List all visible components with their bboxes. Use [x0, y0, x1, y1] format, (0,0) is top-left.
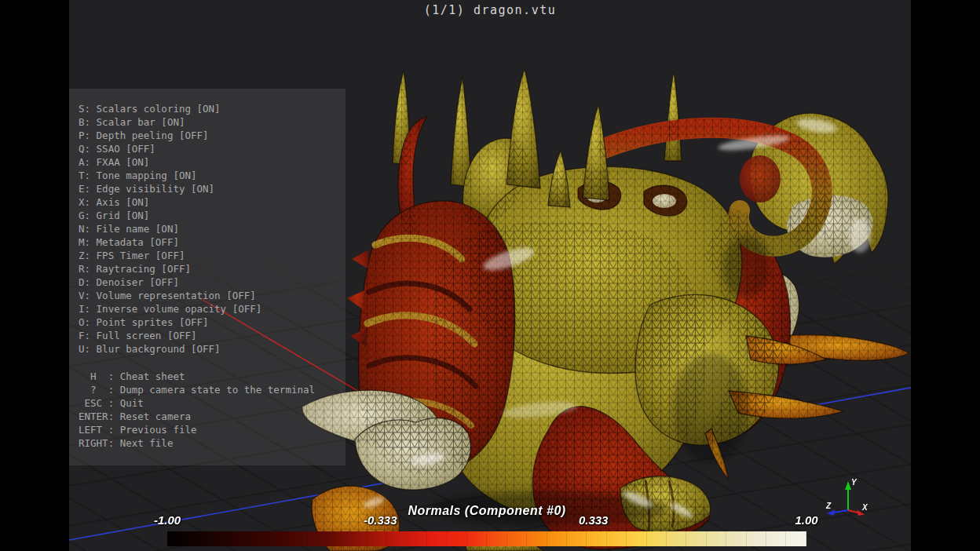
cheat-sheet-line: X: Axis [ON] [79, 195, 261, 209]
application-window: Y X Z (1/1) dragon.vtu S: Scalars colori… [0, 0, 980, 551]
letterbox-right [911, 0, 980, 551]
cheat-sheet-line: Z: FPS Timer [OFF] [79, 249, 261, 262]
scalar-bar-tick: 1.00 [795, 513, 817, 527]
cheat-sheet-line: F: Full screen [OFF] [79, 329, 261, 342]
cheat-sheet-line: Q: SSAO [OFF] [79, 142, 261, 155]
cheat-sheet-line: I: Inverse volume opacity [OFF] [79, 302, 261, 316]
cheat-sheet-line: T: Tone mapping [ON] [79, 169, 261, 182]
scalar-bar-gradient [167, 531, 806, 546]
cheat-sheet-line: M: Metadata [OFF] [79, 235, 261, 249]
cheat-sheet-line: ESC : Quit [79, 396, 315, 410]
x-axis-label: X [861, 503, 868, 512]
cheat-sheet-line: E: Edge visibility [ON] [79, 182, 261, 195]
cheat-sheet-line: B: Scalar bar [ON] [79, 115, 261, 129]
cheat-sheet-line: G: Grid [ON] [79, 209, 261, 222]
cheat-sheet-line: RIGHT: Next file [79, 436, 315, 450]
scalar-bar: Normals (Component #0) -1.00 -0.333 0.33… [167, 503, 806, 549]
cheat-sheet-line: V: Volume representation [OFF] [79, 289, 261, 302]
cheat-sheet-line: LEFT : Previous file [79, 423, 315, 436]
cheat-sheet-line: U: Blur background [OFF] [79, 342, 261, 356]
cheat-sheet-line: N: File name [ON] [79, 222, 261, 235]
scalar-bar-title: Normals (Component #0) [167, 504, 806, 518]
cheat-sheet-line: S: Scalars coloring [ON] [79, 102, 261, 115]
cheat-sheet-line: D: Denoiser [OFF] [79, 276, 261, 289]
cheat-sheet-toggles: S: Scalars coloring [ON] B: Scalar bar [… [79, 102, 261, 356]
cheat-sheet-line: H : Cheat sheet [79, 370, 315, 383]
cheat-sheet-line: ? : Dump camera state to the terminal [79, 383, 315, 396]
file-title: (1/1) dragon.vtu [0, 3, 980, 17]
letterbox-left [0, 0, 69, 551]
cheat-sheet-line: P: Depth peeling [OFF] [79, 129, 261, 142]
cheat-sheet-commands: H : Cheat sheet ? : Dump camera state to… [79, 370, 315, 450]
cheat-sheet-line: O: Point sprites [OFF] [79, 316, 261, 329]
cheat-sheet-line: R: Raytracing [OFF] [79, 262, 261, 276]
scalar-bar-tick: 0.333 [579, 513, 609, 527]
cheat-sheet-line: A: FXAA [ON] [79, 155, 261, 169]
scalar-bar-tick: -1.00 [154, 513, 181, 527]
z-axis-label: Z [825, 502, 832, 510]
cheat-sheet-overlay: S: Scalars coloring [ON] B: Scalar bar [… [69, 89, 346, 465]
cheat-sheet-line: ENTER: Reset camera [79, 410, 315, 423]
scalar-bar-tick: -0.333 [364, 513, 397, 527]
